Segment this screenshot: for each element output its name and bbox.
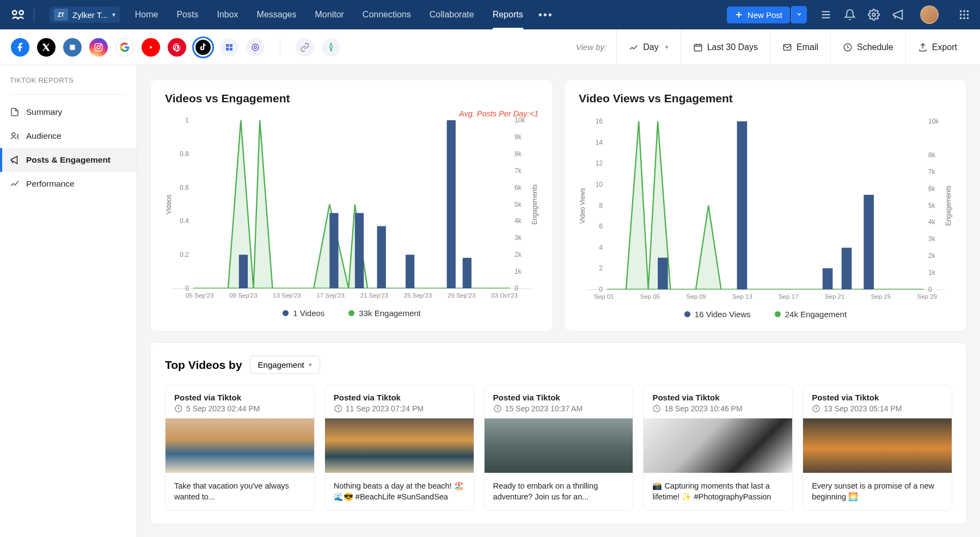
- date-range-selector[interactable]: Last 30 Days: [681, 29, 770, 65]
- sidebar-item-summary[interactable]: Summary: [0, 100, 137, 124]
- svg-point-2: [872, 13, 875, 16]
- tab-messages[interactable]: Messages: [257, 0, 297, 29]
- top-nav: ZT Zylker T... ▾ Home Posts Inbox Messag…: [0, 0, 980, 29]
- video-thumbnail: [485, 418, 633, 473]
- tab-home[interactable]: Home: [135, 0, 158, 29]
- svg-rect-19: [230, 47, 232, 50]
- svg-rect-17: [230, 44, 232, 47]
- tab-posts[interactable]: Posts: [176, 0, 198, 29]
- y-right-tick: 7k: [928, 168, 945, 176]
- legend-item-views: 16 Video Views: [684, 310, 751, 319]
- sidebar: TIKTOK REPORTS Summary Audience Posts & …: [0, 65, 137, 537]
- tab-inbox[interactable]: Inbox: [217, 0, 238, 29]
- chart-svg: [193, 120, 510, 288]
- svg-point-14: [97, 46, 100, 49]
- y-left-tick: 0: [586, 286, 603, 293]
- svg-rect-34: [737, 121, 748, 289]
- y-right-tick: 10k: [928, 118, 945, 125]
- y-left-tick: 1: [173, 116, 189, 124]
- video-card[interactable]: Posted via Tiktok 5 Sep 2023 02:44 PM Ta…: [165, 385, 315, 511]
- video-caption: Take that vacation you've always wanted …: [166, 473, 314, 510]
- clock-icon: [812, 404, 820, 413]
- view-day-selector[interactable]: Day ▾: [616, 29, 680, 65]
- video-card[interactable]: Posted via Tiktok 15 Sep 2023 10:37 AM R…: [484, 385, 634, 511]
- tab-monitor[interactable]: Monitor: [315, 0, 344, 29]
- sidebar-item-performance[interactable]: Performance: [0, 172, 137, 196]
- app-logo-icon[interactable]: [10, 7, 26, 23]
- sidebar-item-audience[interactable]: Audience: [0, 124, 137, 148]
- gear-icon[interactable]: [868, 9, 880, 21]
- sort-label: Engagement: [258, 360, 304, 369]
- chart-box: Video Views 16 14 12 10 8 6 4 2 0 10k 8k…: [579, 121, 952, 290]
- video-source: Posted via Tiktok: [812, 393, 943, 402]
- export-icon: [918, 42, 928, 52]
- tab-collaborate[interactable]: Collaborate: [430, 0, 474, 29]
- list-icon[interactable]: [820, 9, 832, 21]
- vertical-separator: [280, 39, 280, 55]
- video-card[interactable]: Posted via Tiktok 18 Sep 2023 10:46 PM 📸…: [643, 385, 793, 511]
- x-tick: Sep 21: [825, 293, 844, 300]
- x-tick: 17 Sep'23: [316, 292, 344, 299]
- y-left-tick: 16: [586, 118, 603, 125]
- y-right-tick: 6k: [928, 185, 945, 193]
- bell-icon[interactable]: [844, 9, 856, 21]
- svg-point-21: [254, 46, 257, 48]
- instagram-icon[interactable]: [89, 38, 108, 57]
- video-thumbnail: [803, 418, 952, 473]
- chevron-down-icon: [796, 11, 803, 17]
- top-videos-sort-selector[interactable]: Engagement ▾: [250, 356, 320, 374]
- brand-badge-icon: ZT: [54, 9, 68, 21]
- x-twitter-icon[interactable]: [37, 38, 56, 57]
- video-timestamp: 18 Sep 2023 10:46 PM: [652, 404, 783, 413]
- main-layout: TIKTOK REPORTS Summary Audience Posts & …: [0, 65, 980, 537]
- user-avatar[interactable]: [920, 5, 939, 24]
- sidebar-divider: [10, 94, 127, 95]
- chart-line-icon: [629, 42, 639, 52]
- main-tabs: Home Posts Inbox Messages Monitor Connec…: [135, 0, 523, 29]
- schedule-button[interactable]: Schedule: [830, 29, 905, 65]
- tab-connections[interactable]: Connections: [363, 0, 411, 29]
- video-card[interactable]: Posted via Tiktok 11 Sep 2023 07:24 PM N…: [324, 385, 474, 511]
- y-left-tick: 12: [586, 159, 603, 167]
- facebook-icon[interactable]: [11, 38, 29, 57]
- bluesky-icon[interactable]: [220, 38, 238, 57]
- y-right-tick: 9k: [514, 133, 531, 141]
- megaphone-icon[interactable]: [892, 9, 904, 21]
- video-card[interactable]: Posted via Tiktok 13 Sep 2023 05:14 PM E…: [803, 385, 952, 511]
- more-tabs-icon[interactable]: •••: [538, 9, 553, 21]
- y-left-tick: 0.2: [173, 251, 189, 258]
- apps-grid-icon[interactable]: [958, 9, 970, 21]
- export-button[interactable]: Export: [905, 29, 969, 65]
- y-left-axis-label: Video Views: [579, 121, 586, 290]
- email-button[interactable]: Email: [770, 29, 830, 65]
- y-left-tick: 2: [586, 264, 603, 272]
- y-left-tick: 0: [173, 285, 189, 292]
- pinterest-icon[interactable]: [168, 38, 186, 57]
- svg-rect-37: [863, 195, 874, 289]
- x-axis-labels: 05 Sep'23 09 Sep'23 13 Sep'23 17 Sep'23 …: [165, 289, 538, 299]
- sidebar-item-posts-engagement[interactable]: Posts & Engagement: [0, 148, 137, 172]
- megaphone-icon: [10, 155, 20, 165]
- video-thumbnail: [644, 418, 792, 473]
- sidebar-item-label: Posts & Engagement: [26, 155, 111, 165]
- svg-rect-32: [463, 258, 471, 288]
- y-right-tick: 5k: [928, 202, 945, 209]
- tiktok-icon[interactable]: [194, 38, 212, 57]
- svg-rect-27: [329, 213, 338, 288]
- linkedin-icon[interactable]: [63, 38, 82, 57]
- calendar-icon: [693, 42, 703, 52]
- brand-selector[interactable]: ZT Zylker T... ▾: [50, 7, 120, 23]
- youtube-icon[interactable]: [142, 38, 160, 57]
- new-post-caret[interactable]: [791, 6, 807, 23]
- tab-reports[interactable]: Reports: [493, 0, 523, 29]
- view-by-label: View by:: [576, 42, 607, 52]
- link-icon[interactable]: [296, 38, 314, 57]
- google-icon[interactable]: [115, 38, 134, 57]
- new-post-button[interactable]: New Post: [727, 7, 790, 23]
- y-right-tick: 4k: [928, 218, 945, 226]
- clock-icon: [334, 404, 342, 413]
- y-right-tick: 3k: [928, 235, 945, 243]
- location-icon[interactable]: [322, 38, 340, 57]
- video-source: Posted via Tiktok: [493, 393, 624, 402]
- threads-icon[interactable]: [246, 38, 265, 57]
